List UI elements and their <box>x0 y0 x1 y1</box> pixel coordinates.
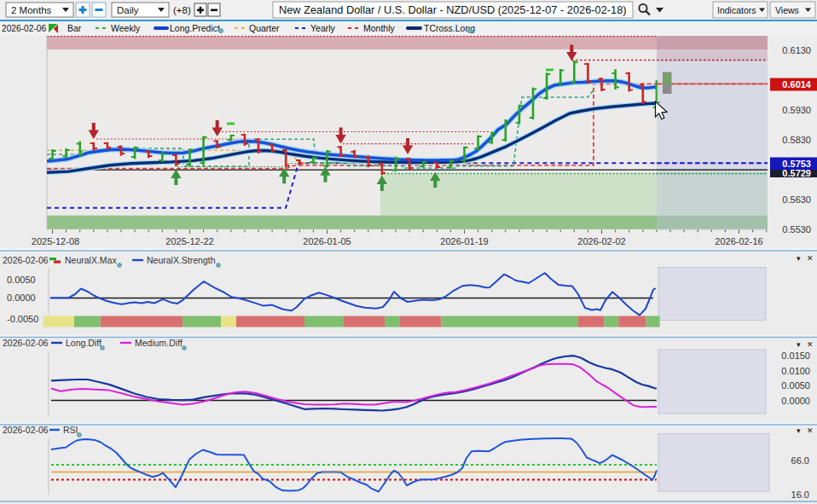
svg-text:Yearly: Yearly <box>310 23 336 33</box>
svg-text:New Zealand Dollar / U.S. Doll: New Zealand Dollar / U.S. Dollar - NZD/U… <box>279 3 627 16</box>
svg-text:2026-02-06: 2026-02-06 <box>3 338 49 348</box>
svg-text:2026-02-06: 2026-02-06 <box>3 425 49 435</box>
svg-text:Daily: Daily <box>117 5 139 15</box>
svg-text:0.5830: 0.5830 <box>782 135 811 145</box>
svg-text:0.0050: 0.0050 <box>781 380 810 391</box>
svg-text:0.5753: 0.5753 <box>782 159 811 169</box>
svg-text:2026-02-06: 2026-02-06 <box>2 24 46 33</box>
svg-text:TCross.Long: TCross.Long <box>424 23 475 33</box>
svg-text:NeuralX.Strength: NeuralX.Strength <box>147 255 216 265</box>
svg-text:0.0150: 0.0150 <box>781 350 810 361</box>
svg-text:2026-02-16: 2026-02-16 <box>715 236 762 246</box>
svg-text:Weekly: Weekly <box>111 23 141 33</box>
svg-text:NeuralX.Max: NeuralX.Max <box>65 255 117 265</box>
svg-text:✕: ✕ <box>807 254 814 263</box>
svg-text:0.0100: 0.0100 <box>781 366 810 376</box>
svg-text:0.0000: 0.0000 <box>7 293 36 303</box>
svg-text:2026-01-05: 2026-01-05 <box>303 236 351 246</box>
svg-text:0.6130: 0.6130 <box>782 45 811 55</box>
svg-text:2025-12-22: 2025-12-22 <box>165 236 213 246</box>
svg-text:✕: ✕ <box>807 426 814 435</box>
svg-text:Bar: Bar <box>67 23 82 33</box>
svg-text:2026-02-02: 2026-02-02 <box>577 236 625 246</box>
svg-text:Quarter: Quarter <box>249 23 280 33</box>
svg-text:Indicators: Indicators <box>717 5 756 15</box>
svg-text:2026-01-19: 2026-01-19 <box>440 236 488 246</box>
svg-text:16.0: 16.0 <box>791 490 809 500</box>
svg-text:Views: Views <box>775 5 799 15</box>
svg-text:Monthly: Monthly <box>363 23 396 33</box>
svg-text:-0.0050: -0.0050 <box>7 314 38 324</box>
svg-text:(+8): (+8) <box>173 5 191 15</box>
svg-text:RSI: RSI <box>63 425 78 435</box>
svg-text:0.5930: 0.5930 <box>782 105 811 115</box>
svg-text:66.0: 66.0 <box>791 455 809 466</box>
svg-text:0.6014: 0.6014 <box>782 79 812 90</box>
svg-text:▾: ▾ <box>797 340 801 349</box>
svg-text:Long.Predict: Long.Predict <box>170 23 220 33</box>
svg-text:2 Months: 2 Months <box>11 5 52 15</box>
svg-text:✕: ✕ <box>807 340 814 349</box>
svg-text:2026-02-06: 2026-02-06 <box>3 255 49 265</box>
svg-text:0.0050: 0.0050 <box>7 275 36 285</box>
svg-text:▾: ▾ <box>797 254 801 263</box>
svg-text:2025-12-08: 2025-12-08 <box>32 236 79 246</box>
svg-text:Long.Diff: Long.Diff <box>66 338 101 348</box>
svg-text:0.5530: 0.5530 <box>782 224 811 235</box>
svg-text:0.0000: 0.0000 <box>781 396 810 406</box>
svg-text:0.5630: 0.5630 <box>782 194 811 205</box>
svg-text:Medium.Diff: Medium.Diff <box>135 338 183 348</box>
svg-text:▾: ▾ <box>797 426 801 435</box>
